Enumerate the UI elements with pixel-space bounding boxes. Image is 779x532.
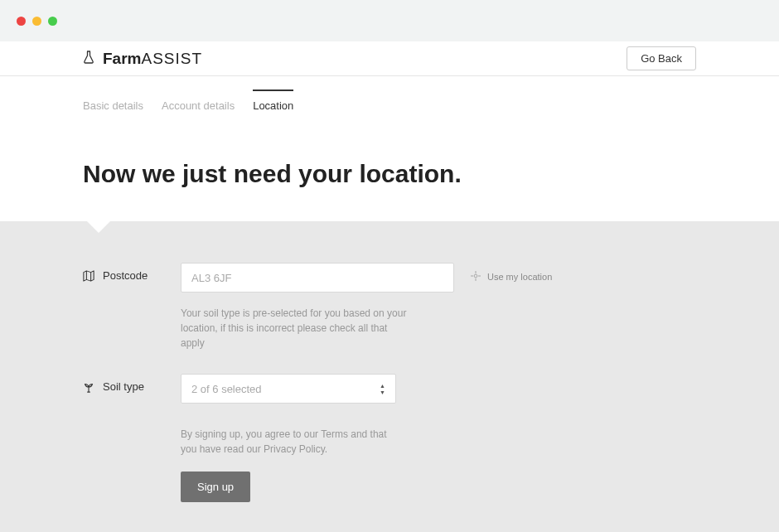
window-close-icon[interactable] [17, 17, 26, 26]
plant-icon [83, 381, 94, 393]
app-header: FarmASSIST Go Back [0, 41, 779, 76]
soil-type-label: Soil type [103, 380, 144, 393]
signup-button[interactable]: Sign up [181, 472, 250, 502]
window-minimize-icon[interactable] [32, 17, 41, 26]
soil-type-select[interactable]: 2 of 6 selected ▲ ▼ [181, 374, 396, 404]
soil-type-label-col: Soil type [83, 374, 181, 393]
postcode-label-col: Postcode [83, 263, 181, 282]
postcode-label: Postcode [103, 269, 148, 282]
use-my-location-button[interactable]: Use my location [454, 263, 552, 283]
tab-basic-details[interactable]: Basic details [83, 99, 143, 118]
logo-text-bold: Farm [103, 50, 141, 67]
page-title: Now we just need your location. [83, 118, 696, 221]
logo-text-light: ASSIST [141, 50, 202, 67]
section-pointer-icon [87, 221, 110, 233]
tabs: Basic details Account details Location [83, 76, 696, 118]
tab-account-details[interactable]: Account details [162, 99, 235, 118]
soil-type-selected-text: 2 of 6 selected [191, 383, 262, 395]
terms-text: By signing up, you agree to our Terms an… [181, 427, 388, 457]
select-arrows-icon: ▲ ▼ [380, 383, 385, 395]
postcode-input[interactable] [181, 263, 454, 293]
top-section: Basic details Account details Location N… [0, 76, 779, 221]
tab-location[interactable]: Location [253, 89, 293, 118]
map-icon [83, 270, 94, 282]
form-section: Postcode Use my location Your soil type … [0, 221, 779, 532]
flask-icon [83, 51, 94, 67]
soil-helper-text: Your soil type is pre-selected for you b… [181, 306, 413, 351]
crosshair-icon [471, 271, 481, 283]
browser-chrome [0, 0, 779, 41]
use-my-location-label: Use my location [487, 272, 552, 282]
svg-point-0 [474, 274, 477, 278]
soil-type-row: Soil type 2 of 6 selected ▲ ▼ [83, 374, 696, 404]
postcode-row: Postcode Use my location [83, 263, 696, 293]
go-back-button[interactable]: Go Back [627, 46, 696, 70]
window-maximize-icon[interactable] [48, 17, 57, 26]
logo: FarmASSIST [83, 50, 202, 68]
